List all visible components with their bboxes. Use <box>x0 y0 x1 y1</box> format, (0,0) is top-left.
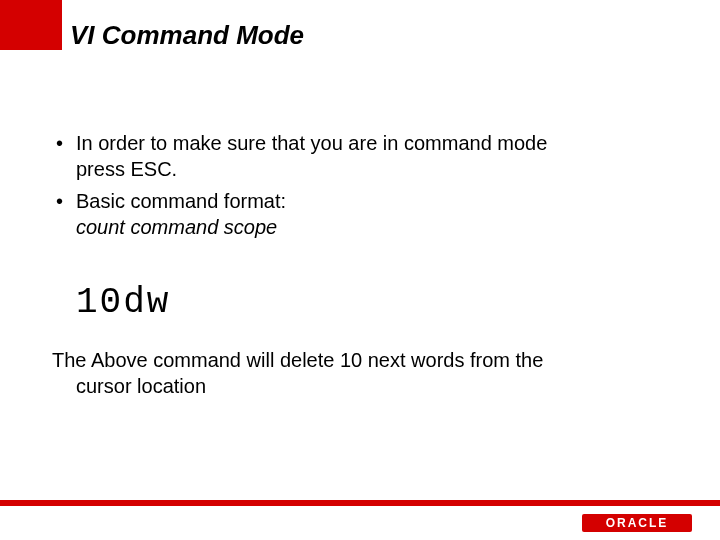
slide-body: In order to make sure that you are in co… <box>52 130 680 399</box>
code-description: The Above command will delete 10 next wo… <box>52 347 680 399</box>
bullet-text-line1: In order to make sure that you are in co… <box>76 132 547 154</box>
header-accent-square <box>0 0 62 50</box>
bullet-item: In order to make sure that you are in co… <box>52 130 680 182</box>
description-line2: cursor location <box>52 373 680 399</box>
slide-title: VI Command Mode <box>70 20 304 51</box>
oracle-logo-text: ORACLE <box>606 516 669 530</box>
slide: VI Command Mode In order to make sure th… <box>0 0 720 540</box>
bullet-item: Basic command format: count command scop… <box>52 188 680 240</box>
oracle-logo-icon: ORACLE <box>582 514 692 532</box>
bullet-text-line1: Basic command format: <box>76 190 286 212</box>
code-example: 10dw <box>76 280 680 327</box>
bullet-text-line2: press ESC. <box>76 156 680 182</box>
oracle-logo: ORACLE <box>582 514 692 532</box>
bullet-text-line2-italic: count command scope <box>76 214 680 240</box>
description-line1: The Above command will delete 10 next wo… <box>52 349 543 371</box>
bullet-list: In order to make sure that you are in co… <box>52 130 680 240</box>
footer-accent-bar <box>0 500 720 506</box>
